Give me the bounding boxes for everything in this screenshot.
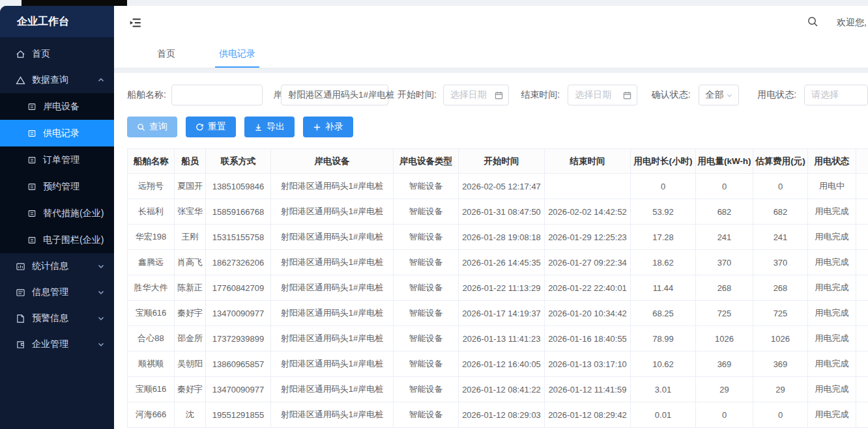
sidebar-item-home[interactable]: 首页 <box>0 41 114 67</box>
table-cell: 2026-02-02 14:42:52 <box>545 199 631 225</box>
table-cell <box>856 326 868 352</box>
home-icon <box>16 49 25 59</box>
table-cell: 17.28 <box>631 225 696 250</box>
info-icon <box>16 288 25 298</box>
doc-icon <box>27 102 36 111</box>
table-cell: 68.25 <box>631 301 696 326</box>
table-row: 宝顺616秦好宇13470090977射阳港区通用码头1#岸电桩智能设备2026… <box>128 377 868 402</box>
sidebar-subitem[interactable]: 替代措施(企业) <box>0 200 114 227</box>
sidebar-item-label: 首页 <box>32 48 50 60</box>
ship-name-input[interactable] <box>171 85 263 105</box>
sidebar-subitem[interactable]: 订单管理 <box>0 146 114 173</box>
shore-device-select[interactable]: 射阳港区通用码头1#岸电桩 <box>281 85 388 105</box>
tab-active[interactable]: 供电记录 <box>215 40 259 68</box>
table-cell: 725 <box>696 301 753 326</box>
start-date-input[interactable]: 选择日期 <box>443 85 510 105</box>
sidebar-subitem[interactable]: 供电记录 <box>0 120 114 146</box>
end-date-input[interactable]: 选择日期 <box>568 85 637 105</box>
power-status-select[interactable]: 请选择 <box>804 85 868 105</box>
table-header-cell: 船员 <box>175 149 206 174</box>
table-cell: 2026-01-22 22:40:01 <box>545 275 631 301</box>
stats-icon <box>16 262 25 271</box>
table-cell: 13860965857 <box>206 352 271 377</box>
sidebar-subitem[interactable]: 预约管理 <box>0 173 114 200</box>
table-cell: 2026-01-22 11:13:29 <box>459 275 545 301</box>
table-cell: 胜华大件 <box>128 275 175 301</box>
table-cell: 长福利 <box>128 199 175 225</box>
table-cell: 2026-01-16 18:40:55 <box>545 326 631 352</box>
table-cell: 2026-01-29 12:25:23 <box>545 225 631 250</box>
table-header-cell: 岸电设备类型 <box>394 149 459 174</box>
table-cell: 29 <box>753 377 808 402</box>
table-cell: 2026-01-17 14:19:37 <box>459 301 545 326</box>
power-status-label: 用电状态: <box>757 89 796 101</box>
table-cell: 2026-01-31 08:47:50 <box>459 199 545 225</box>
table-cell <box>856 377 868 402</box>
table-cell: 顺祺顺 <box>128 352 175 377</box>
table-cell: 射阳港区通用码头1#岸电桩 <box>271 225 394 250</box>
sidebar-item-warning-info[interactable]: 预警信息 <box>0 305 114 331</box>
table-cell: 宝顺616 <box>128 301 175 326</box>
sidebar-subitem-label: 岸电设备 <box>43 101 80 113</box>
table-cell: 智能设备 <box>394 250 459 275</box>
table-row: 顺祺顺吴朝阳13860965857射阳港区通用码头1#岸电桩智能设备2026-0… <box>128 352 868 377</box>
chevron-down-icon <box>97 262 105 270</box>
sidebar: 企业工作台 首页 数据查询 岸电设备供电记录订单管理预约管理替代措施(企业)电子… <box>0 6 114 429</box>
query-button[interactable]: 查询 <box>127 117 177 137</box>
table-cell: 宝顺616 <box>128 377 175 402</box>
sidebar-item-label: 企业管理 <box>32 339 68 350</box>
table-cell: 智能设备 <box>394 225 459 250</box>
enterprise-icon <box>16 340 25 350</box>
table-cell: 用电完成 <box>808 225 856 250</box>
table-cell: 11.44 <box>631 275 696 301</box>
search-icon[interactable] <box>807 16 818 30</box>
table-cell: 用电完成 <box>808 402 856 428</box>
table-header-cell: 结束时间 <box>545 149 631 174</box>
table-cell: 沈 <box>175 402 206 428</box>
sidebar-item-enterprise-mgmt[interactable]: 企业管理 <box>0 331 114 357</box>
chevron-up-icon <box>97 76 105 84</box>
table-cell: 智能设备 <box>394 199 459 225</box>
reset-button[interactable]: 重置 <box>186 117 236 137</box>
sidebar-subitem-label: 订单管理 <box>43 154 80 166</box>
sidebar-subitem[interactable]: 电子围栏(企业) <box>0 227 114 253</box>
chevron-down-icon <box>726 92 733 99</box>
table-row: 华宏198王刚15315155758射阳港区通用码头1#岸电桩智能设备2026-… <box>128 225 868 250</box>
tab-item[interactable]: 首页 <box>153 40 179 68</box>
table-cell: 合心88 <box>128 326 175 352</box>
refresh-icon <box>195 123 204 131</box>
chevron-down-icon <box>97 288 105 296</box>
table-cell: 10.62 <box>631 352 696 377</box>
table-cell: 1026 <box>696 326 753 352</box>
chevron-down-icon <box>97 340 105 348</box>
table-cell: 682 <box>753 199 808 225</box>
search-icon <box>137 123 145 131</box>
sidebar-submenu: 岸电设备供电记录订单管理预约管理替代措施(企业)电子围栏(企业) <box>0 93 114 253</box>
sidebar-item-statistics[interactable]: 统计信息 <box>0 253 114 279</box>
table-cell: 智能设备 <box>394 377 459 402</box>
sidebar-collapse-icon[interactable] <box>128 16 143 33</box>
sidebar-item-info-mgmt[interactable]: 信息管理 <box>0 279 114 305</box>
table-row: 河海666沈19551291855射阳港区通用码头1#岸电桩智能设备2026-0… <box>128 402 868 428</box>
supplement-button[interactable]: 补录 <box>303 117 353 137</box>
table-cell <box>856 174 868 199</box>
table-cell: 15315155758 <box>206 225 271 250</box>
table-header-cell: 岸电设备 <box>271 149 394 174</box>
table-cell: 射阳港区通用码头1#岸电桩 <box>271 377 394 402</box>
table-cell <box>856 225 868 250</box>
table-cell: 0.01 <box>631 402 696 428</box>
table-cell: 241 <box>696 225 753 250</box>
table-cell <box>856 250 868 275</box>
table-cell: 用电完成 <box>808 377 856 402</box>
warning-doc-icon <box>16 314 25 324</box>
table-cell: 17372939899 <box>206 326 271 352</box>
sidebar-subitem[interactable]: 岸电设备 <box>0 93 114 120</box>
toolbar: 查询 重置 导出 补录 <box>127 117 868 137</box>
export-button[interactable]: 导出 <box>244 117 295 137</box>
table-cell: 0 <box>753 174 808 199</box>
table-cell: 370 <box>696 250 753 275</box>
table-cell: 智能设备 <box>394 352 459 377</box>
sidebar-item-data-query[interactable]: 数据查询 <box>0 67 114 93</box>
download-icon <box>254 123 263 131</box>
confirm-status-select[interactable]: 全部 <box>699 85 740 105</box>
